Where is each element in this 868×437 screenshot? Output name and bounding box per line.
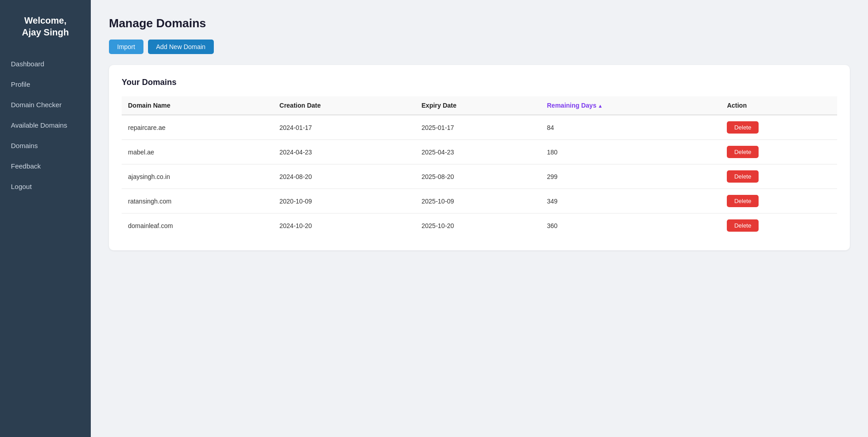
cell-creation-date: 2020-10-09 bbox=[273, 189, 415, 214]
cell-remaining-days: 349 bbox=[541, 189, 721, 214]
delete-button-3[interactable]: Delete bbox=[727, 195, 759, 207]
cell-domain-name: domainleaf.com bbox=[122, 214, 273, 238]
cell-remaining-days: 84 bbox=[541, 115, 721, 140]
table-body: repaircare.ae2024-01-172025-01-1784Delet… bbox=[122, 115, 837, 238]
cell-expiry-date: 2025-01-17 bbox=[415, 115, 541, 140]
cell-action: Delete bbox=[720, 189, 837, 214]
table-row: ajaysingh.co.in2024-08-202025-08-20299De… bbox=[122, 164, 837, 189]
cell-domain-name: ratansingh.com bbox=[122, 189, 273, 214]
cell-remaining-days: 360 bbox=[541, 214, 721, 238]
sidebar-item-domains[interactable]: Domains bbox=[0, 135, 91, 156]
sidebar-item-domain-checker[interactable]: Domain Checker bbox=[0, 94, 91, 115]
cell-action: Delete bbox=[720, 214, 837, 238]
delete-button-0[interactable]: Delete bbox=[727, 121, 759, 134]
domains-card: Your Domains Domain NameCreation DateExp… bbox=[109, 65, 850, 250]
sidebar-title: Welcome, Ajay Singh bbox=[9, 15, 82, 38]
cell-creation-date: 2024-01-17 bbox=[273, 115, 415, 140]
cell-creation-date: 2024-10-20 bbox=[273, 214, 415, 238]
sidebar-item-logout[interactable]: Logout bbox=[0, 176, 91, 197]
cell-expiry-date: 2025-10-09 bbox=[415, 189, 541, 214]
table-row: mabel.ae2024-04-232025-04-23180Delete bbox=[122, 140, 837, 164]
sidebar: Welcome, Ajay Singh DashboardProfileDoma… bbox=[0, 0, 91, 437]
import-button[interactable]: Import bbox=[109, 40, 143, 54]
delete-button-4[interactable]: Delete bbox=[727, 219, 759, 232]
main-content: Manage Domains Import Add New Domain You… bbox=[91, 0, 868, 437]
cell-remaining-days: 299 bbox=[541, 164, 721, 189]
th-creation-date: Creation Date bbox=[273, 96, 415, 115]
table-row: ratansingh.com2020-10-092025-10-09349Del… bbox=[122, 189, 837, 214]
sidebar-item-profile[interactable]: Profile bbox=[0, 74, 91, 94]
table-header-row: Domain NameCreation DateExpiry DateRemai… bbox=[122, 96, 837, 115]
cell-domain-name: mabel.ae bbox=[122, 140, 273, 164]
add-new-domain-button[interactable]: Add New Domain bbox=[148, 40, 214, 54]
sort-arrow-icon: ▲ bbox=[598, 103, 603, 109]
th-domain-name: Domain Name bbox=[122, 96, 273, 115]
toolbar: Import Add New Domain bbox=[109, 40, 850, 54]
delete-button-1[interactable]: Delete bbox=[727, 146, 759, 158]
cell-creation-date: 2024-04-23 bbox=[273, 140, 415, 164]
sidebar-item-dashboard[interactable]: Dashboard bbox=[0, 54, 91, 74]
cell-creation-date: 2024-08-20 bbox=[273, 164, 415, 189]
th-expiry-date: Expiry Date bbox=[415, 96, 541, 115]
cell-expiry-date: 2025-08-20 bbox=[415, 164, 541, 189]
domains-card-title: Your Domains bbox=[122, 78, 837, 87]
cell-action: Delete bbox=[720, 140, 837, 164]
table-header: Domain NameCreation DateExpiry DateRemai… bbox=[122, 96, 837, 115]
th-action: Action bbox=[720, 96, 837, 115]
cell-expiry-date: 2025-04-23 bbox=[415, 140, 541, 164]
cell-remaining-days: 180 bbox=[541, 140, 721, 164]
cell-domain-name: repaircare.ae bbox=[122, 115, 273, 140]
sidebar-nav: DashboardProfileDomain CheckerAvailable … bbox=[0, 49, 91, 201]
delete-button-2[interactable]: Delete bbox=[727, 170, 759, 183]
sidebar-item-available-domains[interactable]: Available Domains bbox=[0, 115, 91, 135]
cell-action: Delete bbox=[720, 164, 837, 189]
sidebar-header: Welcome, Ajay Singh bbox=[0, 0, 91, 49]
cell-domain-name: ajaysingh.co.in bbox=[122, 164, 273, 189]
table-row: domainleaf.com2024-10-202025-10-20360Del… bbox=[122, 214, 837, 238]
table-row: repaircare.ae2024-01-172025-01-1784Delet… bbox=[122, 115, 837, 140]
domains-table: Domain NameCreation DateExpiry DateRemai… bbox=[122, 96, 837, 238]
cell-action: Delete bbox=[720, 115, 837, 140]
cell-expiry-date: 2025-10-20 bbox=[415, 214, 541, 238]
sidebar-item-feedback[interactable]: Feedback bbox=[0, 156, 91, 176]
page-title: Manage Domains bbox=[109, 16, 850, 30]
th-remaining-days[interactable]: Remaining Days▲ bbox=[541, 96, 721, 115]
